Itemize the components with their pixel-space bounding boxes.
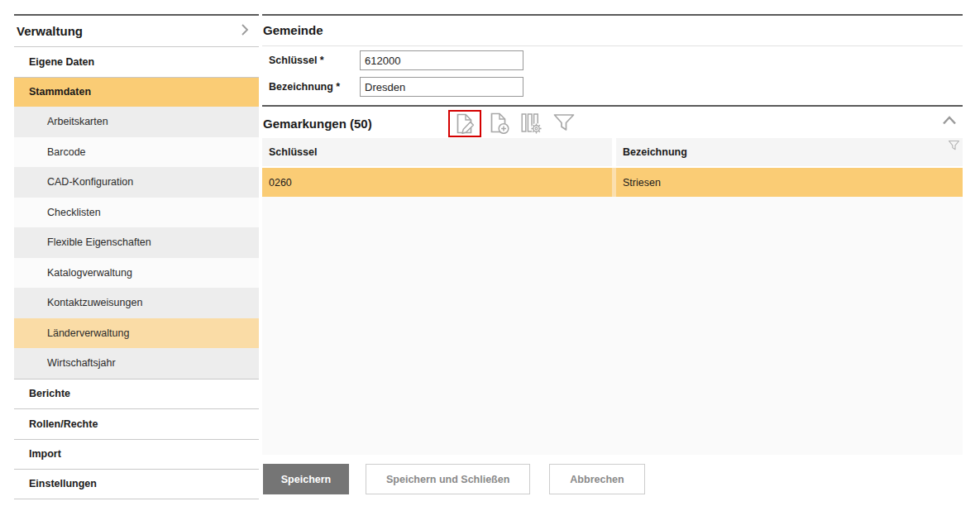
- schluessel-label: Schlüssel *: [263, 55, 360, 66]
- sidebar-item-label: Einstellungen: [29, 478, 97, 489]
- column-settings-icon[interactable]: [520, 112, 542, 134]
- sidebar-item-rollen-rechte[interactable]: Rollen/Rechte: [14, 408, 259, 439]
- sidebar-item-label: Rollen/Rechte: [29, 418, 98, 430]
- sidebar-item-label: Stammdaten: [29, 86, 91, 98]
- edit-document-icon[interactable]: [454, 126, 476, 137]
- column-header-label: Schlüssel: [269, 146, 317, 158]
- chevron-right-icon[interactable]: [241, 23, 249, 39]
- chevron-up-icon[interactable]: [941, 115, 958, 126]
- cell-schluessel: 0260: [262, 168, 612, 197]
- field-row-bezeichnung: Bezeichnung *: [263, 77, 523, 97]
- column-header-label: Bezeichnung: [623, 146, 687, 158]
- bezeichnung-input[interactable]: [360, 77, 523, 97]
- form-title: Gemeinde: [263, 23, 323, 37]
- column-header-schluessel[interactable]: Schlüssel: [262, 138, 612, 166]
- sidebar-item-stammdaten[interactable]: Stammdaten: [14, 77, 259, 107]
- sidebar-item-label: Arbeitskarten: [47, 116, 108, 127]
- sidebar-item-arbeitskarten[interactable]: Arbeitskarten: [14, 107, 259, 137]
- sidebar-item-berichte[interactable]: Berichte: [14, 379, 259, 409]
- section-title: Gemarkungen (50): [263, 117, 372, 131]
- sidebar-item-flexible-eigenschaften[interactable]: Flexible Eigenschaften: [14, 227, 259, 258]
- sidebar-item-kontaktzuweisungen[interactable]: Kontaktzuweisungen: [14, 288, 259, 318]
- sidebar-item-import[interactable]: Import: [14, 439, 259, 470]
- gemarkungen-toolbar: [448, 107, 586, 139]
- sidebar-item-cad-konfiguration[interactable]: CAD-Konfiguration: [14, 167, 259, 198]
- sidebar-item-label: Eigene Daten: [29, 56, 94, 68]
- speichern-und-schliessen-button[interactable]: Speichern und Schließen: [366, 464, 530, 494]
- sidebar-item-label: Flexible Eigenschaften: [47, 236, 151, 248]
- red-highlight-box: [448, 110, 481, 137]
- action-buttons: Speichern Speichern und Schließen Abbrec…: [263, 464, 664, 494]
- sidebar-item-label: Wirtschaftsjahr: [47, 357, 116, 369]
- sidebar-item-laenderverwaltung[interactable]: Länderverwaltung: [14, 318, 259, 349]
- add-document-icon[interactable]: [488, 112, 509, 134]
- column-header-bezeichnung[interactable]: Bezeichnung: [616, 138, 963, 166]
- sidebar-item-label: Checklisten: [47, 207, 101, 218]
- top-divider: [262, 14, 963, 16]
- table-row[interactable]: 0260 Striesen: [262, 168, 963, 197]
- sidebar-item-label: Katalogverwaltung: [47, 267, 132, 279]
- title-divider: [262, 45, 963, 46]
- sidebar-item-label: CAD-Konfiguration: [47, 176, 133, 188]
- sidebar-item-label: Kontaktzuweisungen: [47, 297, 142, 308]
- field-row-schluessel: Schlüssel *: [263, 50, 523, 70]
- sidebar-item-barcode[interactable]: Barcode: [14, 137, 259, 168]
- schluessel-input[interactable]: [360, 50, 523, 70]
- sidebar: Verwaltung Eigene Daten Stammdaten Arbei…: [14, 14, 259, 499]
- bezeichnung-label: Bezeichnung *: [263, 81, 360, 93]
- cell-value: Striesen: [623, 177, 661, 189]
- gemarkungen-section-header: Gemarkungen (50): [262, 107, 963, 140]
- sidebar-item-katalogverwaltung[interactable]: Katalogverwaltung: [14, 258, 259, 289]
- sidebar-item-eigene-daten[interactable]: Eigene Daten: [14, 46, 259, 77]
- cell-bezeichnung: Striesen: [616, 168, 963, 197]
- sidebar-item-wirtschaftsjahr[interactable]: Wirtschaftsjahr: [14, 348, 259, 379]
- sidebar-title: Verwaltung: [17, 24, 83, 38]
- table-body-area: [262, 197, 963, 455]
- cell-value: 0260: [269, 177, 292, 189]
- main-panel: Gemeinde Schlüssel * Bezeichnung * Gemar…: [262, 14, 963, 506]
- sidebar-item-einstellungen[interactable]: Einstellungen: [14, 469, 259, 499]
- filter-icon[interactable]: [552, 112, 576, 134]
- sidebar-item-label: Berichte: [29, 388, 70, 399]
- abbrechen-button[interactable]: Abbrechen: [549, 464, 644, 494]
- sidebar-item-label: Barcode: [47, 146, 86, 158]
- filter-icon[interactable]: [948, 140, 960, 151]
- table-header: Schlüssel Bezeichnung: [262, 138, 963, 166]
- sidebar-item-checklisten[interactable]: Checklisten: [14, 198, 259, 228]
- sidebar-item-label: Import: [29, 448, 61, 460]
- speichern-button[interactable]: Speichern: [263, 464, 349, 494]
- sidebar-header[interactable]: Verwaltung: [14, 16, 259, 46]
- sidebar-item-label: Länderverwaltung: [47, 327, 129, 339]
